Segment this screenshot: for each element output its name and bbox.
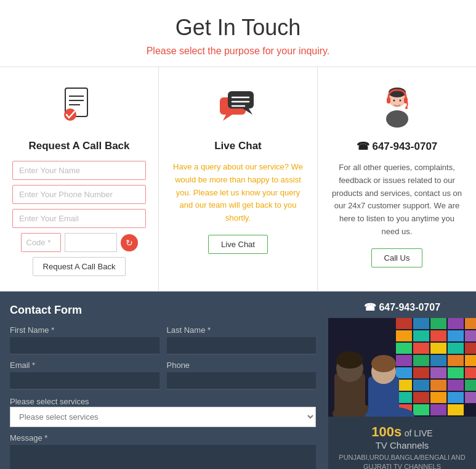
- last-name-label: Last Name *: [167, 325, 317, 335]
- first-name-group: First Name *: [10, 325, 159, 354]
- svg-rect-49: [448, 380, 464, 391]
- channels-count-row: 100s of LIVE: [334, 424, 470, 440]
- email-group: Email *: [10, 361, 159, 389]
- page-header: Get In Touch Please select the purpose f…: [0, 0, 476, 67]
- contact-phone-input[interactable]: [167, 372, 317, 389]
- svg-rect-50: [465, 380, 476, 391]
- services-group: Please select services Please select ser…: [10, 396, 316, 433]
- captcha-code-input[interactable]: [21, 233, 61, 252]
- subtitle-plain: Please select the purpose for your: [147, 46, 299, 56]
- last-name-group: Last Name *: [167, 325, 317, 354]
- svg-rect-32: [413, 343, 429, 354]
- message-textarea[interactable]: [10, 445, 316, 469]
- contact-form-title: Contact Form: [10, 304, 316, 317]
- svg-rect-58: [430, 404, 446, 415]
- first-name-label: First Name *: [10, 325, 159, 335]
- svg-rect-15: [387, 97, 390, 104]
- svg-rect-48: [430, 380, 446, 391]
- first-name-input[interactable]: [10, 337, 159, 354]
- livechat-title: Live Chat: [214, 140, 262, 152]
- captcha-row: ↻: [21, 233, 138, 252]
- svg-point-17: [405, 107, 408, 109]
- svg-rect-40: [465, 355, 476, 366]
- call-us-button[interactable]: Call Us: [371, 248, 423, 267]
- callback-phone-input[interactable]: [12, 185, 146, 204]
- svg-rect-25: [465, 318, 476, 329]
- livechat-button[interactable]: Live Chat: [208, 235, 268, 254]
- services-label: Please select services: [10, 397, 89, 406]
- phone-icon-text: ☎: [357, 141, 373, 152]
- svg-rect-59: [448, 404, 464, 415]
- services-select[interactable]: Please select services: [10, 407, 316, 427]
- bottom-section: Contact Form First Name * Last Name * Em…: [0, 292, 476, 469]
- captcha-refresh-button[interactable]: ↻: [121, 234, 138, 251]
- right-phone-number: ☎ 647-943-0707: [358, 292, 446, 318]
- channels-description: PUNJABI,URDU,BANGLA/BENGALI AND GUJRATI …: [334, 453, 470, 469]
- email-phone-row: Email * Phone: [10, 361, 316, 389]
- svg-rect-53: [430, 392, 446, 403]
- svg-rect-54: [448, 392, 464, 403]
- svg-rect-33: [430, 343, 446, 354]
- page-title: Get In Touch: [12, 15, 464, 41]
- callback-email-input[interactable]: [12, 209, 146, 228]
- svg-rect-21: [396, 318, 412, 329]
- svg-rect-26: [396, 330, 412, 341]
- svg-point-14: [386, 110, 408, 128]
- svg-rect-28: [430, 330, 446, 341]
- svg-point-67: [371, 355, 396, 372]
- svg-rect-36: [396, 355, 412, 366]
- right-panel: ☎ 647-943-0707: [328, 292, 476, 469]
- channels-tv-text: TV Channels: [334, 440, 470, 451]
- right-phone-icon: ☎: [364, 302, 379, 312]
- svg-rect-45: [465, 367, 476, 378]
- livechat-card: Live Chat Have a query about our service…: [159, 67, 318, 291]
- livechat-icon: [214, 82, 263, 131]
- svg-rect-23: [430, 318, 446, 329]
- phone-label: Phone: [167, 361, 317, 370]
- cards-container: Request A Call Back ↻ Request A Call Bac…: [0, 67, 476, 292]
- svg-rect-24: [448, 318, 464, 329]
- callback-name-input[interactable]: [12, 161, 146, 180]
- svg-rect-43: [430, 367, 446, 378]
- phone-title: ☎ 647-943-0707: [357, 140, 438, 153]
- captcha-answer-input[interactable]: [65, 233, 117, 252]
- svg-rect-47: [413, 380, 429, 391]
- svg-point-18: [393, 100, 395, 102]
- svg-rect-42: [413, 367, 429, 378]
- request-callback-button[interactable]: Request A Call Back: [33, 257, 126, 276]
- name-row: First Name * Last Name *: [10, 325, 316, 354]
- callback-icon: [55, 82, 104, 131]
- support-icon: [373, 82, 422, 131]
- email-input[interactable]: [10, 372, 159, 389]
- phone-group: Phone: [167, 361, 317, 389]
- svg-rect-37: [413, 355, 429, 366]
- last-name-input[interactable]: [167, 337, 317, 354]
- callback-title: Request A Call Back: [28, 140, 129, 152]
- subtitle-highlight: inquiry.: [299, 46, 329, 56]
- svg-rect-22: [413, 318, 429, 329]
- phone-card: ☎ 647-943-0707 For all other queries, co…: [318, 67, 476, 291]
- message-label: Message *: [10, 433, 316, 442]
- svg-rect-35: [465, 343, 476, 354]
- svg-rect-41: [396, 367, 412, 378]
- phone-description: For all other queries, complaints, feedb…: [330, 161, 464, 239]
- svg-rect-30: [465, 330, 476, 341]
- tv-channels-image: [328, 318, 476, 417]
- svg-rect-52: [413, 392, 429, 403]
- email-label: Email *: [10, 361, 159, 370]
- channels-number: 100s: [371, 424, 401, 439]
- phone-number: 647-943-0707: [372, 141, 437, 152]
- svg-rect-44: [448, 367, 464, 378]
- svg-rect-38: [430, 355, 446, 366]
- svg-rect-31: [396, 343, 412, 354]
- svg-point-19: [399, 100, 401, 102]
- page-subtitle: Please select the purpose for your inqui…: [12, 46, 464, 57]
- svg-rect-27: [413, 330, 429, 341]
- contact-form-panel: Contact Form First Name * Last Name * Em…: [0, 292, 328, 469]
- svg-rect-39: [448, 355, 464, 366]
- livechat-description: Have a query about our service? We would…: [171, 161, 305, 225]
- message-group: Message *: [10, 433, 316, 469]
- svg-point-63: [336, 351, 363, 369]
- svg-rect-29: [448, 330, 464, 341]
- channels-info: 100s of LIVE TV Channels PUNJABI,URDU,BA…: [328, 417, 476, 469]
